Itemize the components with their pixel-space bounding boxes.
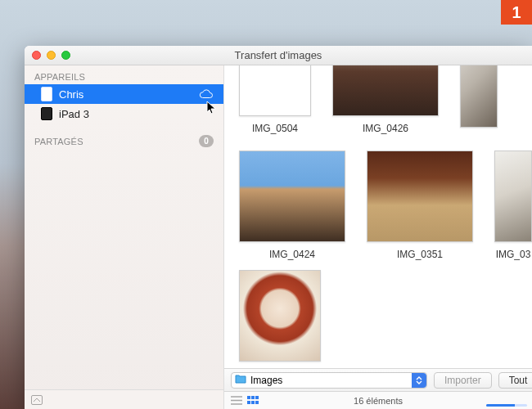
status-bar: 16 éléments: [224, 391, 532, 409]
sidebar-section-shared: PARTAGÉS: [34, 137, 194, 146]
list-view-icon[interactable]: [231, 396, 242, 405]
thumb-image: [367, 151, 473, 242]
app-window: Transfert d'images APPAREILS Chris iPad …: [25, 46, 532, 409]
shared-count-badge: 0: [199, 135, 214, 147]
progress-indicator: [486, 404, 527, 407]
thumb-image: [239, 270, 321, 362]
panel-toggle-icon[interactable]: [31, 395, 43, 405]
destination-label: Images: [250, 375, 282, 386]
sidebar: APPAREILS Chris iPad 3 PARTAGÉS 0: [25, 65, 224, 409]
cloud-icon: [199, 89, 214, 99]
sidebar-section-devices: APPAREILS: [25, 65, 223, 84]
sidebar-footer: [25, 389, 223, 409]
thumb-item[interactable]: IMG_03: [494, 151, 532, 260]
window-title: Transfert d'images: [25, 49, 532, 61]
svg-rect-1: [247, 396, 250, 399]
step-badge: 1: [501, 0, 532, 25]
titlebar[interactable]: Transfert d'images: [25, 46, 532, 65]
thumb-label: IMG_0504: [252, 123, 298, 134]
thumb-label: IMG_0424: [269, 249, 315, 260]
device-label: Chris: [59, 88, 83, 101]
toolbar: Images Importer Tout: [224, 368, 532, 391]
thumb-item[interactable]: IMG_0424: [239, 151, 345, 260]
thumb-image: [239, 151, 345, 242]
window-controls: [32, 51, 70, 60]
folder-icon: [235, 374, 246, 386]
thumb-item[interactable]: [239, 270, 321, 368]
thumb-image: [332, 65, 439, 116]
stepper-arrows-icon[interactable]: [412, 373, 426, 388]
svg-rect-5: [251, 401, 255, 404]
tablet-icon: [41, 107, 52, 120]
thumb-label: IMG_03: [496, 249, 531, 260]
thumb-item[interactable]: [460, 65, 498, 134]
close-icon[interactable]: [32, 51, 41, 60]
import-all-button[interactable]: Tout: [498, 372, 532, 389]
thumb-label: IMG_0351: [397, 249, 443, 260]
minimize-icon[interactable]: [47, 51, 56, 60]
thumb-image: [239, 65, 311, 116]
thumb-item[interactable]: IMG_0351: [367, 151, 473, 260]
svg-rect-6: [255, 401, 259, 404]
thumb-label: IMG_0426: [363, 123, 408, 134]
thumb-image: [494, 151, 532, 242]
destination-select[interactable]: Images: [231, 372, 427, 389]
thumbnail-grid[interactable]: IMG_0504 IMG_0426 IMG_0424: [224, 65, 532, 368]
thumb-item[interactable]: IMG_0504: [239, 65, 311, 134]
phone-icon: [41, 87, 52, 101]
import-button[interactable]: Importer: [434, 372, 492, 389]
zoom-icon[interactable]: [61, 51, 70, 60]
svg-rect-0: [32, 395, 43, 404]
main-panel: IMG_0504 IMG_0426 IMG_0424: [224, 65, 532, 409]
thumb-image: [460, 65, 498, 128]
device-item-chris[interactable]: Chris: [25, 84, 223, 104]
device-label: iPad 3: [59, 108, 89, 120]
svg-rect-3: [255, 396, 259, 399]
grid-view-icon[interactable]: [247, 396, 259, 405]
svg-rect-2: [251, 396, 255, 399]
svg-rect-4: [247, 401, 250, 404]
thumb-item[interactable]: IMG_0426: [332, 65, 439, 134]
device-item-ipad[interactable]: iPad 3: [25, 104, 223, 124]
